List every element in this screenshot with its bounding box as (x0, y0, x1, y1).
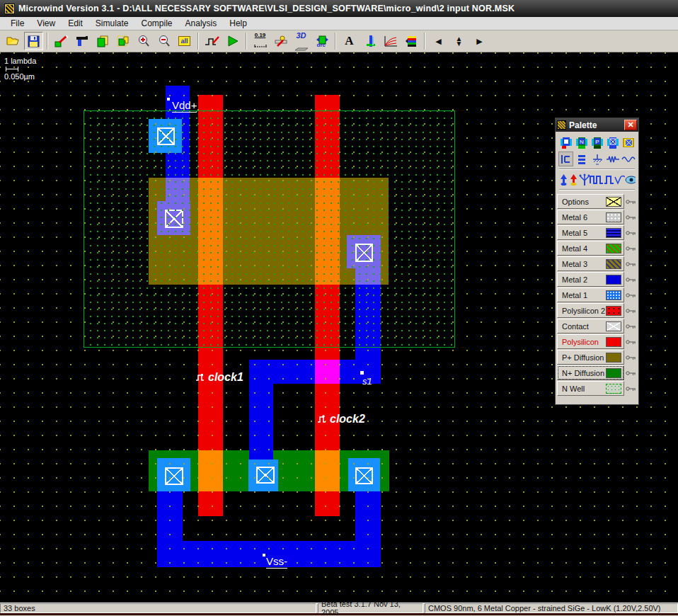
shape-poly-gate1-top[interactable] (198, 95, 223, 178)
layer-button-polysilicon2[interactable]: Polysilicon 2 (557, 303, 624, 318)
view-all-button[interactable]: all (175, 32, 194, 50)
p-diffusion-contact-button[interactable]: P (590, 135, 604, 150)
shape-ndiff-contact-mid[interactable] (248, 460, 278, 491)
layer-lock-metal2[interactable] (624, 272, 637, 287)
layer-lock-metal6[interactable] (624, 210, 637, 224)
nav-updown-button[interactable]: ▲▼ (449, 32, 469, 50)
resistor-button[interactable] (605, 152, 620, 166)
palette-close-button[interactable]: ✕ (624, 120, 637, 130)
layer-lock-metal5[interactable] (624, 225, 637, 240)
shape-contact-pad-right-upper[interactable] (347, 235, 381, 268)
mos-characteristics-button[interactable] (360, 32, 379, 50)
nav-left-button[interactable]: ◀ (429, 32, 448, 50)
layout-canvas[interactable]: 1 lambda 0.050µm (0, 52, 678, 603)
n-diffusion-contact-button[interactable]: N (574, 135, 589, 150)
layer-button-metal4[interactable]: Metal 4 (557, 241, 624, 256)
shape-contact-pad-right-lower[interactable] (355, 268, 381, 285)
shape-poly-gate2-bottom[interactable] (315, 491, 340, 516)
shape-poly-gate2-mid[interactable] (315, 285, 340, 360)
shape-poly2-over-ndiff[interactable] (315, 450, 340, 491)
shape-contact-pad-left[interactable] (157, 201, 190, 235)
layer-button-pdiffusion[interactable]: P+ Diffusion (557, 350, 624, 365)
layer-lock-polysilicon[interactable] (624, 334, 637, 349)
menu-view[interactable]: View (30, 17, 62, 30)
layer-lock-nwell[interactable] (624, 381, 637, 396)
wave-source-button[interactable] (621, 152, 636, 166)
palette-title-bar[interactable]: Palette ✕ (556, 118, 638, 132)
layer-button-options[interactable]: Options (557, 194, 624, 209)
simulate-button[interactable] (202, 32, 222, 50)
shape-poly2-over-pdiff[interactable] (315, 178, 340, 285)
shape-metal2-over-pdiff[interactable] (166, 178, 190, 201)
zoom-in-button[interactable] (134, 32, 153, 50)
drc-button[interactable]: drc (312, 32, 331, 50)
via-contact-button[interactable] (558, 135, 573, 150)
shape-via-pad-top[interactable] (149, 119, 182, 153)
layer-button-metal6[interactable]: Metal 6 (557, 210, 624, 224)
nav-right-button[interactable]: ▶ (470, 32, 489, 50)
menu-help[interactable]: Help (223, 17, 253, 30)
view-3d-button[interactable]: 3D (292, 32, 311, 50)
layer-button-ndiffusion[interactable]: N+ Diffusion (557, 365, 624, 380)
cross-section-button[interactable] (271, 32, 290, 50)
shape-poly-gate1-bottom[interactable] (198, 491, 223, 516)
layer-lock-ndiffusion[interactable] (624, 365, 637, 380)
shape-poly-gate2-top[interactable] (315, 95, 340, 178)
save-button[interactable] (24, 32, 43, 50)
zoom-out-button[interactable] (154, 32, 173, 50)
paste-button[interactable] (113, 32, 132, 50)
menu-simulate[interactable]: Simulate (89, 17, 135, 30)
sine-button[interactable] (614, 173, 625, 186)
layer-lock-contact[interactable] (624, 319, 637, 333)
menu-file[interactable]: File (4, 17, 30, 30)
shape-poly1-over-pdiff[interactable] (198, 178, 223, 285)
delete-button[interactable] (72, 32, 91, 50)
metal-contact-button[interactable] (605, 135, 620, 150)
mos-generator-button[interactable] (558, 152, 573, 166)
layer-lock-metal4[interactable] (624, 241, 637, 256)
shape-poly-gate1-mid[interactable] (198, 285, 223, 450)
layer-button-metal3[interactable]: Metal 3 (557, 256, 624, 271)
shape-poly1-over-ndiff[interactable] (198, 450, 223, 491)
shape-ndiff-contact-left[interactable] (157, 458, 190, 491)
toolbar-separator (246, 33, 247, 50)
visibility-button[interactable] (625, 173, 636, 186)
copy-button[interactable] (93, 32, 112, 50)
zoom-out-icon (158, 35, 171, 47)
shape-ndiff-contact-right[interactable] (348, 458, 380, 491)
layer-button-metal1[interactable]: Metal 1 (557, 287, 624, 302)
layer-lock-metal3[interactable] (624, 256, 637, 271)
shape-metal2-output-horizontal-left[interactable] (249, 360, 315, 384)
layer-button-contact[interactable]: Contact (557, 319, 624, 333)
pulse-button[interactable] (604, 173, 614, 186)
menu-edit[interactable]: Edit (62, 17, 89, 30)
layer-lock-polysilicon2[interactable] (624, 303, 637, 318)
shape-metal2-over-poly2[interactable] (315, 360, 340, 384)
clock-pulse-button[interactable] (590, 172, 604, 187)
ground-symbol-button[interactable] (590, 152, 604, 166)
run-simulation-button[interactable] (223, 32, 242, 50)
shape-metal2-output-down[interactable] (249, 384, 273, 460)
supply-node-button[interactable] (568, 173, 578, 186)
node-tree-button[interactable] (579, 173, 590, 186)
metal-bus-button[interactable] (574, 152, 589, 166)
red-arrow-up-icon (569, 173, 578, 186)
draw-button[interactable] (52, 32, 71, 50)
layer-button-metal5[interactable]: Metal 5 (557, 225, 624, 240)
layer-lock-metal1[interactable] (624, 287, 637, 302)
menu-compile[interactable]: Compile (135, 17, 179, 30)
menu-analysis[interactable]: Analysis (179, 17, 224, 30)
layer-lock-pdiffusion[interactable] (624, 350, 637, 365)
layer-button-polysilicon[interactable]: Polysilicon (557, 334, 624, 349)
layer-lock-options[interactable] (624, 194, 637, 209)
open-button[interactable] (4, 32, 23, 50)
measure-button[interactable]: 0.19 (251, 32, 270, 50)
rise-node-button[interactable] (558, 173, 568, 186)
layer-button-nwell[interactable]: N Well (557, 381, 624, 396)
poly-metal-via-button[interactable] (621, 135, 636, 150)
process-steps-button[interactable] (401, 32, 420, 50)
text-button[interactable]: A (340, 32, 359, 50)
layer-button-metal2[interactable]: Metal 2 (557, 272, 624, 287)
shape-metal2-output-vertical[interactable] (355, 285, 381, 360)
iv-curve-button[interactable] (381, 32, 400, 50)
